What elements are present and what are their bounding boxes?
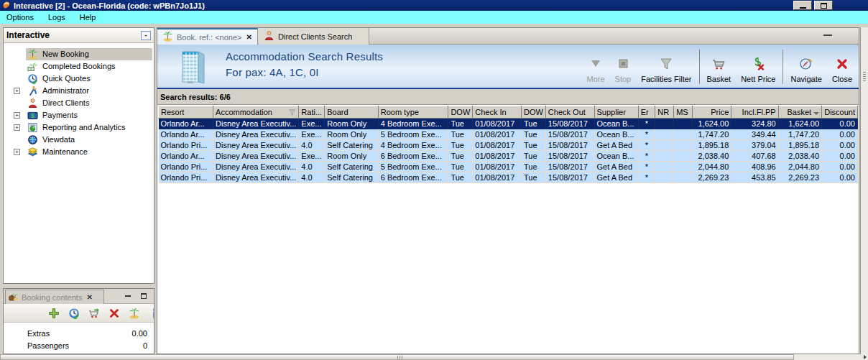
sidebar-item-reporting-and-analytics[interactable]: +Reporting and Analytics <box>4 121 154 134</box>
sidebar-item-maintenance[interactable]: +Maintenance <box>4 146 154 158</box>
column-header-board[interactable]: Board <box>325 106 378 119</box>
nett-price-button[interactable]: Nett Price <box>736 48 780 86</box>
menu-logs[interactable]: Logs <box>48 13 65 22</box>
menu-help[interactable]: Help <box>80 13 96 22</box>
column-header-price[interactable]: Price <box>693 106 731 119</box>
sidebar-item-payments[interactable]: +$Payments <box>4 109 154 121</box>
cell: 01/08/2017 <box>473 129 522 140</box>
row-value: 0.00 <box>132 329 147 338</box>
button-label: Close <box>832 75 852 83</box>
toolbar-separator <box>699 50 700 84</box>
page-subtitle: For pax: 4A, 1C, 0I <box>226 66 319 78</box>
cell: 5 Bedroom Exe... <box>378 129 448 140</box>
expand-icon[interactable]: + <box>14 124 20 131</box>
sidebar-item-viewdata[interactable]: Viewdata <box>4 134 154 146</box>
close-tab-icon[interactable]: ✕ <box>86 293 92 301</box>
menu-bar: Options Logs Help <box>0 11 868 24</box>
navigate-button[interactable]: Navigate <box>785 48 826 86</box>
cell: 1,624.00 <box>778 119 821 129</box>
tab-label: Direct Clients Search <box>278 32 352 41</box>
button-label: Basket <box>707 75 731 83</box>
result-row[interactable]: Orlando Pri...Disney Area Executiv...4.0… <box>159 172 858 183</box>
column-header-accommodation[interactable]: Accommodation <box>213 106 299 119</box>
cell <box>674 162 693 172</box>
cell: 01/08/2017 <box>473 119 522 129</box>
add-button[interactable] <box>48 308 60 319</box>
clock-globe-icon <box>27 73 38 84</box>
tab-direct-clients-search[interactable]: Direct Clients Search <box>259 28 369 45</box>
results-count-label: Search results: 6/6 <box>160 93 231 101</box>
minimize-button[interactable] <box>793 1 812 10</box>
maximize-button[interactable] <box>814 1 833 10</box>
sidebar-item-new-booking[interactable]: New Booking <box>4 48 154 60</box>
booking-contents-row[interactable]: Passengers0 <box>4 339 154 351</box>
splitter-grip[interactable] <box>863 72 866 82</box>
cell: 1,747.20 <box>778 129 821 140</box>
horizontal-scrollbar[interactable] <box>0 354 868 360</box>
cell: 4.0 <box>299 172 325 183</box>
result-row[interactable]: Orlando Ar...Disney Area Executiv...Exe.… <box>159 151 858 162</box>
cell: 324.80 <box>731 119 778 129</box>
quote-button[interactable] <box>68 308 80 319</box>
menu-options[interactable]: Options <box>6 13 34 22</box>
expand-icon[interactable]: + <box>14 88 20 94</box>
sidebar-item-direct-clients[interactable]: Direct Clients <box>4 97 154 109</box>
collapse-panel-button[interactable]: - <box>141 31 151 40</box>
remove-button[interactable] <box>108 308 120 319</box>
add-basket-button[interactable] <box>88 308 100 319</box>
column-header-incl-fl-pp[interactable]: Incl.Fl.PP <box>731 106 778 119</box>
sidebar-item-administrator[interactable]: +Administrator <box>4 85 154 97</box>
column-label: Check Out <box>548 108 586 116</box>
column-header-discount[interactable]: Discount <box>822 106 858 119</box>
tab-book-ref-none-[interactable]: Book. ref.: <none>✕ <box>157 28 258 45</box>
column-header-ms[interactable]: MS <box>674 106 693 119</box>
result-row[interactable]: Orlando Ar...Disney Area Executiv...Exe.… <box>159 129 858 140</box>
cell: Orlando Ar... <box>159 119 213 129</box>
booking-button[interactable] <box>129 308 140 319</box>
panel-minimize-button[interactable] <box>123 292 132 300</box>
cell: Orlando Pri... <box>159 172 213 183</box>
tab-booking-contents[interactable]: Booking contents ✕ <box>5 290 104 304</box>
column-header-supplier[interactable]: Supplier <box>594 106 638 119</box>
close-tab-icon[interactable]: ✕ <box>246 33 252 41</box>
column-header-check-out[interactable]: Check Out <box>545 106 594 119</box>
result-row[interactable]: Orlando Ar...Disney Area Executiv...Exe.… <box>159 119 858 129</box>
results-grid: ResortAccommodationRati...BoardRoom type… <box>158 106 858 353</box>
column-header-nr[interactable]: NR <box>655 106 674 119</box>
cell <box>655 172 674 183</box>
result-row[interactable]: Orlando Pri...Disney Area Executiv...4.0… <box>159 162 858 172</box>
scrollbar-thumb[interactable] <box>0 354 794 360</box>
cell <box>674 140 693 151</box>
expand-icon[interactable]: + <box>14 149 20 155</box>
cell <box>674 172 693 183</box>
scroll-right-arrow-icon[interactable] <box>864 355 867 359</box>
cell: Tue <box>448 140 473 151</box>
column-header-room-type[interactable]: Room type <box>378 106 448 119</box>
cell: Disney Area Executiv... <box>213 119 299 129</box>
cell: 0.00 <box>822 119 858 129</box>
column-header-resort[interactable]: Resort <box>159 106 213 119</box>
expand-icon[interactable]: + <box>14 112 20 119</box>
column-header-check-in[interactable]: Check In <box>473 106 522 119</box>
cell: Tue <box>521 129 545 140</box>
panel-maximize-button[interactable] <box>139 292 148 300</box>
result-row[interactable]: Orlando Pri...Disney Area Executiv...4.0… <box>159 140 858 151</box>
column-header-dow[interactable]: DOW <box>448 106 473 119</box>
more-button: More <box>582 48 610 86</box>
facilities-filter-button[interactable]: Facilities Filter <box>636 48 696 86</box>
column-header-rati-[interactable]: Rati... <box>299 106 325 119</box>
sort-arrow-icon <box>813 112 819 115</box>
sidebar-item-completed-bookings[interactable]: Completed Bookings <box>4 60 154 73</box>
close-button[interactable]: Close <box>827 48 857 86</box>
column-header-er[interactable]: Er <box>638 106 655 119</box>
sidebar-item-label: Viewdata <box>42 135 75 144</box>
column-header-dow[interactable]: DOW <box>521 106 545 119</box>
cell: Tue <box>448 129 473 140</box>
basket-button[interactable]: Basket <box>702 48 737 86</box>
booking-contents-row[interactable]: Extras0.00 <box>4 327 154 339</box>
row-value: 0 <box>143 341 147 350</box>
column-header-basket[interactable]: Basket <box>778 106 821 119</box>
sidebar-item-quick-quotes[interactable]: Quick Quotes <box>4 73 154 85</box>
panel-minimize-icon[interactable] <box>823 34 832 36</box>
info-button[interactable] <box>149 308 154 319</box>
